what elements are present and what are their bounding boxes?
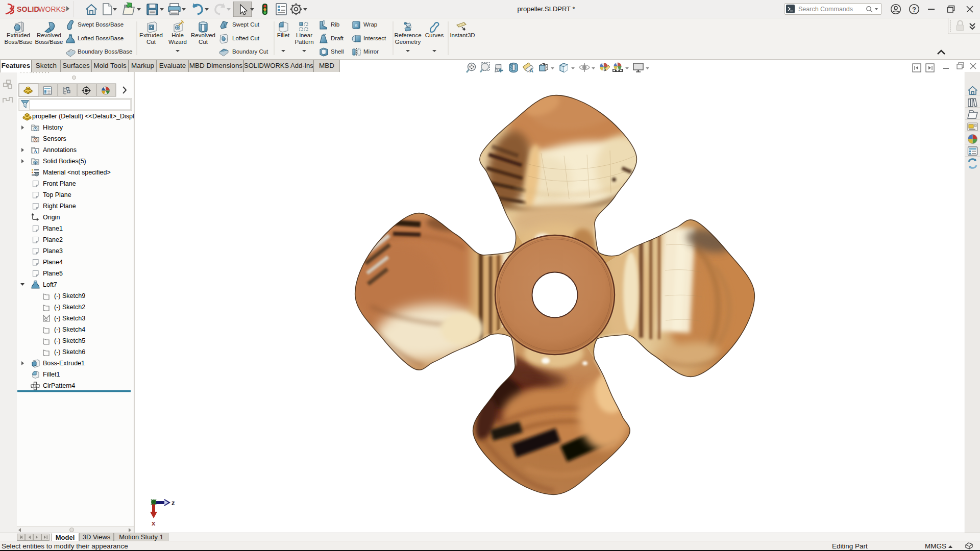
svg-text:a: a bbox=[355, 22, 357, 28]
svg-text:SOLID: SOLID bbox=[17, 5, 39, 13]
svg-text:z: z bbox=[172, 499, 175, 507]
svg-text:WORKS: WORKS bbox=[38, 5, 66, 13]
svg-text:x: x bbox=[152, 519, 156, 527]
svg-text:?: ? bbox=[912, 6, 916, 13]
svg-text:A: A bbox=[34, 149, 37, 154]
